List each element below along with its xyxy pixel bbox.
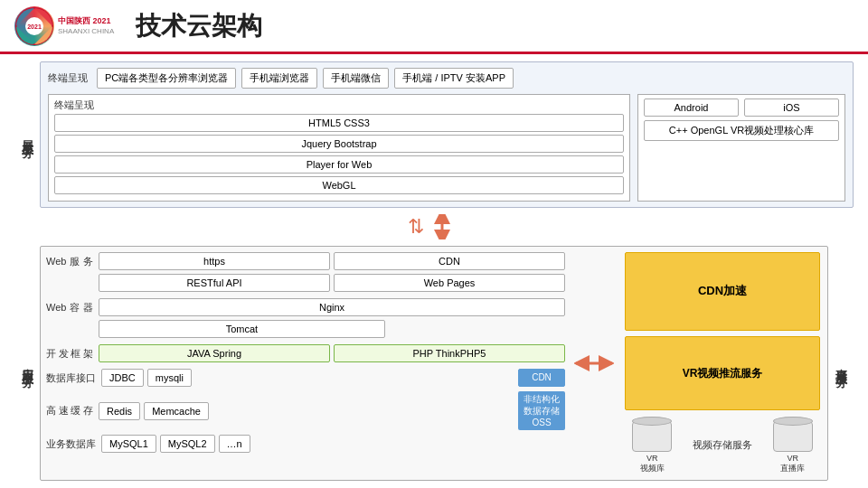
main-content: 展示服务 终端呈现 PC端各类型各分辨率浏览器 手机端浏览器 手机端微信 手机端… [0, 54, 868, 488]
db-interface-row: 数据库接口 JDBC mysqli CDN [46, 367, 565, 389]
header: 2021 中国陕西 2021 SHAANXI CHINA 技术云架构 [0, 0, 868, 54]
page: 2021 中国陕西 2021 SHAANXI CHINA 技术云架构 展示服务 … [0, 0, 868, 488]
more-db-box: …n [219, 435, 250, 453]
display-right-top: Android iOS [644, 99, 839, 117]
player-box: Player for Web [54, 155, 624, 174]
vr-video-label: VR视频库 [640, 454, 665, 474]
db-interface-label: 数据库接口 [46, 371, 96, 385]
cache-label: 高速缓存 [46, 404, 93, 418]
display-left-row-1: Jquery Bootstrap [54, 135, 624, 153]
web-service-row: Web服务 https CDN [46, 250, 565, 272]
cylinder-top-1 [632, 417, 672, 426]
java-spring-box: JAVA Spring [99, 344, 330, 362]
jdbc-box: JDBC [101, 369, 144, 387]
oss-cdn-box: CDN [518, 369, 565, 387]
jquery-box: Jquery Bootstrap [54, 135, 624, 153]
tomcat-box: Tomcat [99, 320, 385, 338]
display-top-row: 终端呈现 PC端各类型各分辨率浏览器 手机端浏览器 手机端微信 手机端 / IP… [48, 68, 845, 89]
app-left: Web服务 https CDN RESTful API Web Pages [46, 250, 565, 476]
svg-text:2021: 2021 [27, 23, 42, 30]
oss-box: 非结构化数据存储OSS [518, 391, 565, 430]
mysql1-box: MySQL1 [101, 435, 156, 453]
display-service-content: 终端呈现 PC端各类型各分辨率浏览器 手机端浏览器 手机端微信 手机端 / IP… [40, 61, 854, 208]
right-section-label: 直播云服务 [828, 246, 854, 481]
logo-area: 2021 中国陕西 2021 SHAANXI CHINA [14, 6, 114, 46]
double-arrow-icon: ⇅ [408, 215, 424, 239]
h-arrow-area [571, 250, 618, 476]
php-box: PHP ThinkPHP5 [334, 344, 565, 362]
arrow-area: ⇅ [14, 213, 854, 240]
display-left: 终端呈现 HTML5 CSS3 Jquery Bootstrap Player … [48, 94, 630, 202]
display-right: Android iOS C++ OpenGL VR视频处理核心库 [637, 94, 845, 202]
https-box: https [99, 252, 330, 270]
terminal-label-top: 终端呈现 [48, 71, 88, 85]
vr-storage-area: VR视频库 视频存储服务 VR直播库 [625, 416, 820, 474]
logo-text: 中国陕西 2021 SHAANXI CHINA [58, 15, 114, 37]
dev-framework-row: 开发框架 JAVA Spring PHP ThinkPHP5 [46, 343, 565, 364]
cylinder-top-2 [773, 417, 813, 426]
cylinder-body-2 [773, 421, 813, 452]
page-title: 技术云架构 [136, 9, 262, 43]
restful-box: RESTful API [99, 274, 330, 292]
display-service-label: 展示服务 [14, 61, 40, 208]
cdn-box-web: CDN [334, 252, 565, 270]
wechat-box: 手机端微信 [323, 68, 389, 89]
display-service-row: 展示服务 终端呈现 PC端各类型各分辨率浏览器 手机端浏览器 手机端微信 手机端… [14, 61, 854, 208]
business-db-boxes: MySQL1 MySQL2 …n [101, 435, 565, 453]
vertical-arrows-svg [424, 214, 460, 239]
web-container-boxes: Nginx [99, 298, 565, 316]
horizontal-arrows-svg [574, 352, 614, 374]
mysql2-box: MySQL2 [160, 435, 215, 453]
vr-live-label: VR直播库 [780, 454, 805, 474]
storage-center-label: 视频存储服务 [693, 438, 752, 452]
business-db-row: 业务数据库 MySQL1 MySQL2 …n [46, 433, 565, 455]
cpp-opengl-box: C++ OpenGL VR视频处理核心库 [644, 120, 839, 141]
html5-box: HTML5 CSS3 [54, 114, 624, 132]
vr-video-library: VR视频库 [632, 417, 672, 474]
web-service-boxes2: RESTful API Web Pages [99, 274, 565, 292]
app-right: CDN加速 VR视频推流服务 VR视频库 视频存储服务 VR直播库 [623, 250, 822, 476]
mobile-browser-box: 手机端浏览器 [241, 68, 317, 89]
web-service-row2: RESTful API Web Pages [46, 272, 565, 294]
vr-stream-box: VR视频推流服务 [625, 336, 820, 411]
web-service-boxes: https CDN [99, 252, 565, 270]
webgl-box: WebGL [54, 176, 624, 194]
tomcat-boxes: Tomcat [99, 320, 565, 338]
tomcat-row: Tomcat [46, 318, 565, 340]
display-bottom: 终端呈现 HTML5 CSS3 Jquery Bootstrap Player … [48, 94, 845, 202]
cdn-accel-box: CDN加速 [625, 252, 820, 331]
dev-framework-label: 开发框架 [46, 347, 93, 361]
nginx-box: Nginx [99, 298, 565, 316]
memcache-box: Memcache [144, 402, 209, 420]
cache-boxes: Redis Memcache 非结构化数据存储OSS [99, 391, 565, 430]
webpages-box: Web Pages [334, 274, 565, 292]
display-left-row-2: Player for Web [54, 155, 624, 174]
app-service-label: 应用云服务 [14, 246, 40, 481]
redis-box: Redis [99, 402, 140, 420]
db-interface-boxes: JDBC mysqli CDN [101, 369, 565, 387]
vr-live-library: VR直播库 [773, 417, 813, 474]
logo-circle: 2021 [14, 6, 54, 46]
pc-browser-box: PC端各类型各分辨率浏览器 [97, 68, 236, 89]
web-container-label: Web容器 [46, 301, 93, 314]
cylinder-body-1 [632, 421, 672, 452]
dev-framework-boxes: JAVA Spring PHP ThinkPHP5 [99, 344, 565, 362]
display-left-label: 终端呈现 [54, 99, 620, 112]
web-container-row: Web容器 Nginx [46, 296, 565, 318]
business-db-label: 业务数据库 [46, 437, 96, 451]
android-box: Android [644, 99, 739, 117]
display-left-row-3: WebGL [54, 176, 624, 194]
ios-box: iOS [744, 99, 839, 117]
cache-row: 高速缓存 Redis Memcache 非结构化数据存储OSS [46, 391, 565, 430]
web-service-label: Web服务 [46, 255, 93, 268]
mysqli-box: mysqli [147, 369, 192, 387]
iptv-box: 手机端 / IPTV 安装APP [394, 68, 514, 89]
display-left-row-0: HTML5 CSS3 [54, 114, 624, 132]
app-service-content: Web服务 https CDN RESTful API Web Pages [40, 246, 828, 481]
app-service-row: 应用云服务 Web服务 https CDN [14, 246, 854, 481]
